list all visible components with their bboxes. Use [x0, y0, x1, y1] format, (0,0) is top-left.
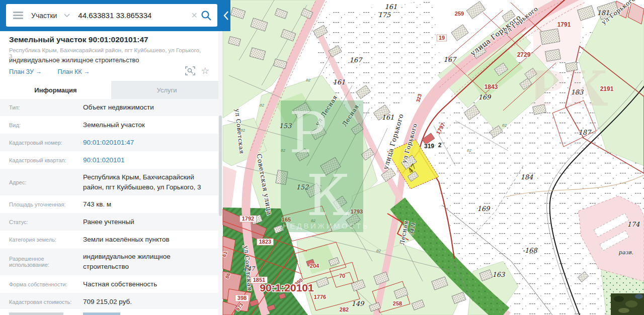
parcel-info-panel: Земельный участок 90:01:020101:47 Респуб… [0, 31, 222, 315]
row-value: Объект недвижимости [79, 102, 211, 113]
svg-text:К: К [306, 163, 350, 228]
search-category-dropdown[interactable]: Участки [31, 12, 57, 20]
parcel-info-table: Тип:Объект недвижимостиВид:Земельный уча… [0, 99, 222, 310]
svg-text:02: 02 [376, 249, 381, 253]
svg-text:161: 161 [333, 78, 346, 86]
svg-text:187: 187 [579, 129, 592, 136]
table-row: Форма собственности:Частная собственност… [0, 275, 222, 293]
table-row: Кадастровый квартал:90:01:020101 [0, 151, 222, 169]
svg-text:398: 398 [237, 295, 247, 301]
watermark: Р К НЕДВИЖИМОСТЬ [281, 100, 369, 232]
row-value: 743 кв. м [79, 199, 211, 209]
plan-links: План ЗУ → План КК → [9, 68, 104, 75]
search-box: Участки × [6, 4, 217, 27]
svg-text:258: 258 [393, 300, 402, 306]
svg-text:70: 70 [339, 273, 345, 279]
svg-text:1823: 1823 [259, 239, 271, 245]
svg-text:175: 175 [378, 11, 391, 19]
table-row: Адрес:Республика Крым, Бахчисарайский ра… [0, 169, 222, 195]
plan-zu-link[interactable]: План ЗУ → [9, 68, 42, 75]
parcel-usage-text: индивидуальное жилищное строительство [9, 56, 139, 64]
svg-text:181: 181 [597, 9, 610, 17]
svg-text:2729: 2729 [517, 51, 531, 58]
svg-text:-168: -168 [522, 247, 538, 254]
svg-text:Р: Р [289, 100, 327, 165]
svg-text:НЕДВИЖИМОСТЬ: НЕДВИЖИМОСТЬ [283, 222, 369, 230]
search-input[interactable] [77, 11, 188, 20]
row-value: Земельный участок [79, 120, 211, 130]
svg-text:02: 02 [240, 129, 245, 133]
svg-text:282: 282 [340, 306, 349, 312]
table-row: Площадь уточненная:743 кв. м [0, 195, 222, 213]
row-label: Тип: [0, 104, 79, 111]
row-value: Частная собственность [79, 279, 211, 289]
svg-text:02: 02 [467, 149, 471, 153]
preview-search-icon[interactable] [185, 66, 195, 75]
svg-text:разв.: разв. [618, 249, 633, 256]
row-value: Ранее учтенный [79, 217, 211, 227]
svg-text:2: 2 [438, 142, 442, 149]
row-label: Площадь уточненная: [0, 201, 79, 207]
svg-text:02: 02 [306, 78, 310, 82]
tab-services[interactable]: Услуги [111, 81, 222, 99]
svg-text:319: 319 [424, 143, 434, 150]
panel-scrollbar[interactable] [218, 31, 222, 315]
svg-text:167: 167 [350, 56, 363, 64]
map-canvas[interactable]: улица Горькогоул Горькогоул Горькогоулиц… [222, 0, 644, 315]
collapse-panel-icon[interactable] [223, 11, 229, 21]
chevron-down-icon[interactable] [64, 14, 70, 18]
svg-text:204: 204 [310, 263, 319, 269]
satellite-thumbnail[interactable] [611, 293, 644, 315]
svg-text:1792: 1792 [242, 216, 254, 222]
row-value: Земли населённых пунктов [79, 235, 211, 245]
plan-kk-link[interactable]: План КК → [57, 68, 90, 75]
favorite-star-icon[interactable]: ☆ [201, 66, 209, 75]
tab-information[interactable]: Информация [0, 81, 111, 99]
row-value: 709 215,02 руб. [79, 297, 211, 307]
row-label: Вид: [0, 122, 79, 128]
svg-text:02: 02 [260, 103, 264, 108]
search-icon[interactable] [200, 10, 212, 22]
svg-text:1843: 1843 [485, 83, 498, 90]
svg-text:163: 163 [493, 271, 506, 278]
svg-text:169: 169 [478, 93, 492, 101]
clear-search-icon[interactable]: × [188, 10, 200, 21]
row-value-link[interactable]: 90:01:020101:47 [79, 138, 211, 148]
row-label: Разрешенное использование: [0, 256, 79, 268]
svg-text:19: 19 [439, 35, 445, 41]
row-value: индивидуальное жилищное строительство [79, 252, 211, 271]
svg-text:90:1:20101: 90:1:20101 [260, 282, 314, 293]
corner-watermark: РК [529, 61, 608, 117]
search-bar: Участки × [0, 0, 230, 31]
svg-text:02: 02 [502, 124, 507, 128]
menu-icon[interactable] [13, 12, 23, 19]
row-label: Кадастровая стоимость: [0, 299, 79, 305]
row-label: Категория земель: [0, 237, 79, 243]
svg-text:1791: 1791 [557, 21, 571, 28]
svg-text:161: 161 [382, 114, 394, 121]
table-row: Кадастровый номер:90:01:020101:47 [0, 134, 222, 151]
svg-text:259: 259 [455, 11, 464, 17]
row-label: Кадастровый квартал: [0, 157, 79, 163]
table-row-partial [0, 309, 222, 315]
svg-text:169: 169 [477, 205, 491, 213]
table-row: Категория земель:Земли населённых пункто… [0, 231, 222, 248]
row-label: Адрес: [0, 179, 79, 185]
table-row: Кадастровая стоимость:709 215,02 руб. [0, 293, 222, 310]
row-label: Статус: [0, 219, 79, 225]
table-row: Разрешенное использование:индивидуальное… [0, 248, 222, 275]
page-title: Земельный участок 90:01:020101:47 [9, 35, 148, 44]
cadastral-map-app: улица Горькогоул Горькогоул Горькогоулиц… [0, 0, 644, 315]
svg-text:1776: 1776 [314, 294, 326, 300]
row-label: Форма собственности: [0, 281, 79, 287]
table-row: Тип:Объект недвижимости [0, 99, 222, 116]
panel-tabs: Информация Услуги [0, 81, 222, 99]
svg-text:147: 147 [244, 265, 256, 272]
row-value: Республика Крым, Бахчисарайский район, п… [79, 172, 211, 192]
row-value-link[interactable]: 90:01:020101 [79, 155, 211, 165]
svg-text:161: 161 [385, 3, 397, 11]
svg-text:167: 167 [444, 56, 457, 63]
svg-text:184: 184 [521, 173, 534, 181]
table-row: Статус:Ранее учтенный [0, 213, 222, 231]
row-label: Кадастровый номер: [0, 140, 79, 146]
